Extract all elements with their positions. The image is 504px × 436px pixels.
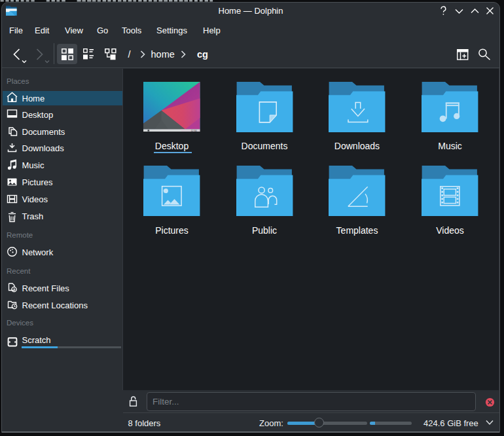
svg-text:12:34: 12:34 [190,130,196,132]
